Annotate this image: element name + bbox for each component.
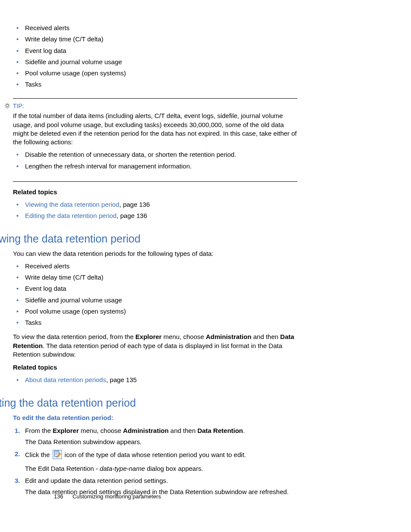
related-link[interactable]: Viewing the data retention period (25, 201, 119, 208)
text: From the (25, 427, 53, 434)
section1-intro: You can view the data retention periods … (13, 249, 297, 258)
main-content: Received alerts Write delay time (C/T de… (13, 22, 297, 498)
svg-point-0 (6, 104, 9, 107)
list-text: Pool volume usage (open systems) (25, 69, 126, 77)
list-item: Viewing the data retention period, page … (13, 199, 297, 210)
procedure-steps: From the Explorer menu, choose Administr… (13, 425, 297, 498)
list-text: Received alerts (25, 24, 69, 31)
footer-title: Customizing monitoring parameters (72, 493, 161, 500)
list-text: Tasks (25, 319, 41, 326)
list-item: Pool volume usage (open systems) (13, 306, 297, 317)
list-text: Disable the retention of unnecessary dat… (25, 151, 236, 158)
text: menu, choose (162, 333, 206, 340)
list-item: Write delay time (C/T delta) (13, 272, 297, 283)
list-item: Event log data (13, 283, 297, 294)
list-item: Sidefile and journal volume usage (13, 56, 297, 68)
text: menu, choose (79, 427, 123, 434)
list-item: About data retention periods, page 135 (13, 374, 297, 386)
menu-name: Explorer (135, 333, 162, 340)
tip-text: If the total number of data items (inclu… (13, 112, 297, 146)
step-1: From the Explorer menu, choose Administr… (13, 425, 297, 448)
edit-document-icon (53, 450, 62, 461)
related-topics-heading: Related topics (13, 188, 297, 196)
text: and then (252, 333, 280, 340)
list-item: Event log data (13, 45, 297, 56)
section-heading-viewing: Viewing the data retention period (0, 232, 297, 245)
related-link[interactable]: Editing the data retention period (25, 212, 117, 219)
list-item: Sidefile and journal volume usage (13, 295, 297, 306)
section-heading-editing: Editing the data retention period (0, 396, 297, 409)
procedure-title: To edit the data retention period: (13, 414, 297, 422)
list-item: Pool volume usage (open systems) (13, 68, 297, 79)
list-item: Received alerts (13, 261, 297, 272)
page-number: 136 (54, 493, 63, 500)
related-suffix: , page 136 (117, 212, 147, 219)
text: To view the data retention period, from … (13, 333, 135, 340)
menu-name: Data Retention (197, 427, 243, 434)
related-link[interactable]: About data retention periods (25, 376, 106, 383)
page: Received alerts Write delay time (C/T de… (0, 0, 411, 532)
section1-list: Received alerts Write delay time (C/T de… (13, 261, 297, 329)
list-item: Lengthen the refresh interval for manage… (13, 161, 297, 172)
text: The Edit Data Retention - (25, 465, 100, 472)
list-text: Sidefile and journal volume usage (25, 58, 122, 65)
text: . (243, 427, 245, 434)
list-item: Tasks (13, 79, 297, 90)
menu-name: Administration (206, 333, 252, 340)
text: icon of the type of data whose retention… (63, 451, 246, 458)
list-text: Sidefile and journal volume usage (25, 296, 122, 304)
tip-label: TIP: (13, 102, 297, 110)
list-text: Event log data (25, 47, 66, 54)
menu-name: Administration (123, 427, 169, 434)
related-topics-list: About data retention periods, page 135 (13, 374, 297, 386)
list-text: Event log data (25, 285, 66, 292)
tip-box: TIP: If the total number of data items (… (13, 98, 297, 182)
tip-list: Disable the retention of unnecessary dat… (13, 149, 297, 172)
list-item: Disable the retention of unnecessary dat… (13, 149, 297, 160)
list-text: Pool volume usage (open systems) (25, 308, 126, 315)
tip-body: If the total number of data items (inclu… (13, 112, 297, 172)
list-item: Write delay time (C/T delta) (13, 34, 297, 45)
text: Click the (25, 451, 52, 458)
list-text: Write delay time (C/T delta) (25, 35, 103, 43)
list-text: Write delay time (C/T delta) (25, 274, 103, 281)
text: and then (168, 427, 197, 434)
list-item: Editing the data retention period, page … (13, 210, 297, 221)
list-item: Received alerts (13, 22, 297, 34)
list-text: Tasks (25, 81, 41, 88)
menu-name: Explorer (53, 427, 79, 434)
related-topics-list: Viewing the data retention period, page … (13, 199, 297, 222)
related-suffix: , page 136 (119, 201, 150, 208)
page-footer: 136 Customizing monitoring parameters (54, 493, 161, 501)
tip-lightbulb-icon (3, 102, 11, 112)
text: Edit and update the data retention perio… (25, 477, 168, 484)
related-topics-heading: Related topics (13, 363, 297, 372)
related-suffix: , page 135 (106, 376, 137, 383)
step-desc: The Data Retention subwindow appears. (25, 438, 297, 446)
text: dialog box appears. (145, 465, 203, 472)
list-text: Lengthen the refresh interval for manage… (25, 162, 192, 170)
list-text: Received alerts (25, 262, 69, 270)
variable-name: data-type-name (100, 465, 145, 472)
section1-para: To view the data retention period, from … (13, 333, 297, 359)
text: . The data retention period of each type… (13, 342, 282, 358)
intro-list: Received alerts Write delay time (C/T de… (13, 22, 297, 90)
step-desc: The Edit Data Retention - data-type-name… (25, 464, 297, 473)
list-item: Tasks (13, 317, 297, 328)
step-2: Click the icon of the type of data whose… (13, 448, 297, 475)
